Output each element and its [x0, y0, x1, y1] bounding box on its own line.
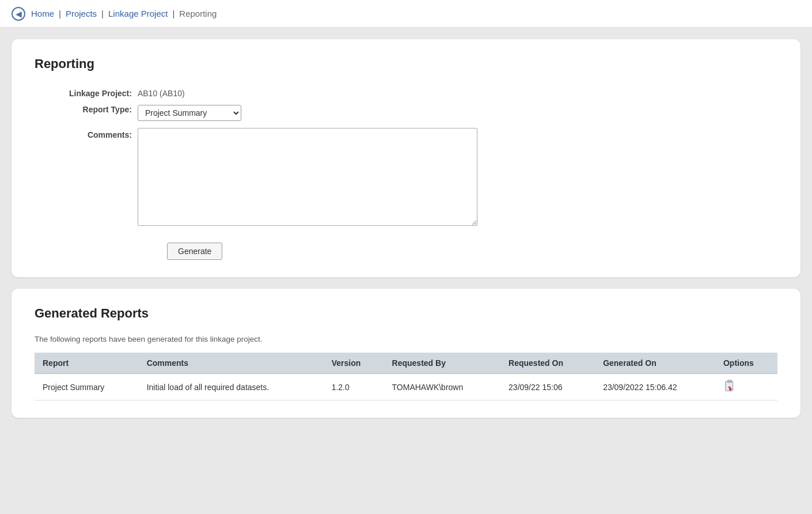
- comments-textarea[interactable]: [138, 128, 477, 226]
- breadcrumb-current: Reporting: [179, 9, 217, 18]
- cell-report: Project Summary: [35, 374, 139, 400]
- svg-rect-1: [727, 380, 731, 383]
- reporting-panel: Reporting Linkage Project: AB10 (AB10) R…: [12, 39, 800, 277]
- report-type-value: Project Summary Detailed Report Summary …: [138, 101, 483, 124]
- col-header-version: Version: [324, 353, 384, 374]
- linkage-project-value: AB10 (AB10): [138, 85, 483, 101]
- linkage-project-label: Linkage Project:: [69, 85, 138, 101]
- col-header-generated-on: Generated On: [595, 353, 715, 374]
- col-header-options: Options: [715, 353, 777, 374]
- reports-table-head: Report Comments Version Requested By Req…: [35, 353, 777, 374]
- breadcrumb-bar: ◀ Home | Projects | Linkage Project | Re…: [0, 0, 812, 28]
- cell-options: [715, 374, 777, 400]
- breadcrumb-projects[interactable]: Projects: [66, 9, 97, 18]
- report-type-select[interactable]: Project Summary Detailed Report Summary …: [138, 105, 241, 121]
- generated-reports-panel: Generated Reports The following reports …: [12, 289, 800, 418]
- reports-description: The following reports have been generate…: [35, 335, 777, 343]
- main-content: Reporting Linkage Project: AB10 (AB10) R…: [0, 28, 812, 429]
- cell-generated_on: 23/09/2022 15:06.42: [595, 374, 715, 400]
- reporting-title: Reporting: [35, 56, 777, 71]
- report-type-row: Report Type: Project Summary Detailed Re…: [69, 101, 483, 124]
- cell-requested_on: 23/09/22 15:06: [500, 374, 595, 400]
- edit-icon-button[interactable]: [723, 380, 736, 392]
- breadcrumb-linkage-project[interactable]: Linkage Project: [108, 9, 168, 18]
- comments-label: Comments:: [69, 124, 138, 231]
- col-header-comments: Comments: [139, 353, 324, 374]
- separator-1: |: [59, 9, 61, 18]
- col-header-requested-on: Requested On: [500, 353, 595, 374]
- reports-table-header-row: Report Comments Version Requested By Req…: [35, 353, 777, 374]
- separator-3: |: [172, 9, 174, 18]
- report-type-label: Report Type:: [69, 101, 138, 124]
- col-header-requested-by: Requested By: [384, 353, 501, 374]
- cell-version: 1.2.0: [324, 374, 384, 400]
- comments-row: Comments:: [69, 124, 483, 231]
- generated-reports-title: Generated Reports: [35, 306, 777, 321]
- reports-table: Report Comments Version Requested By Req…: [35, 353, 777, 400]
- cell-comments: Initial load of all required datasets.: [139, 374, 324, 400]
- reports-table-body: Project SummaryInitial load of all requi…: [35, 374, 777, 400]
- comments-field-container: [138, 124, 483, 231]
- col-header-report: Report: [35, 353, 139, 374]
- table-row: Project SummaryInitial load of all requi…: [35, 374, 777, 400]
- linkage-project-row: Linkage Project: AB10 (AB10): [69, 85, 483, 101]
- separator-2: |: [101, 9, 104, 18]
- breadcrumb-home[interactable]: Home: [31, 9, 54, 18]
- cell-requested_by: TOMAHAWK\brown: [384, 374, 501, 400]
- generate-button[interactable]: Generate: [167, 243, 222, 260]
- back-button[interactable]: ◀: [12, 7, 25, 21]
- reporting-form: Linkage Project: AB10 (AB10) Report Type…: [69, 85, 483, 231]
